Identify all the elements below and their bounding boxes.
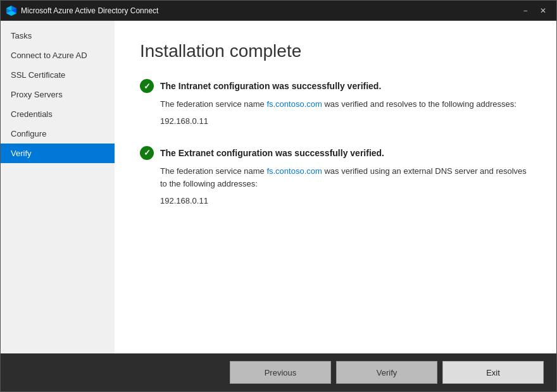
- sidebar-item-connect-to-azure-ad[interactable]: Connect to Azure AD: [1, 46, 115, 65]
- intranet-verify-item: The Intranet configuration was successfu…: [140, 79, 531, 128]
- intranet-desc-after: was verified and resolves to the followi…: [322, 99, 516, 109]
- previous-button[interactable]: Previous: [230, 361, 331, 384]
- extranet-link[interactable]: fs.contoso.com: [266, 166, 322, 176]
- sidebar-item-tasks[interactable]: Tasks: [1, 26, 115, 46]
- extranet-verify-title: The Extranet configuration was successfu…: [160, 148, 384, 158]
- intranet-verify-header: The Intranet configuration was successfu…: [140, 79, 531, 93]
- extranet-check-icon: [140, 146, 154, 160]
- sidebar-item-verify[interactable]: Verify: [1, 144, 115, 163]
- exit-button[interactable]: Exit: [442, 361, 544, 384]
- sidebar-item-credentials[interactable]: Credentials: [1, 104, 115, 124]
- intranet-ip: 192.168.0.11: [160, 115, 531, 128]
- page-title: Installation complete: [140, 41, 531, 61]
- intranet-link[interactable]: fs.contoso.com: [266, 99, 322, 109]
- extranet-verify-header: The Extranet configuration was successfu…: [140, 146, 531, 160]
- right-panel: Installation complete The Intranet confi…: [115, 21, 556, 353]
- app-icon: [6, 5, 17, 16]
- close-button[interactable]: ✕: [535, 4, 551, 17]
- sidebar: TasksConnect to Azure ADSSL CertificateP…: [1, 21, 115, 353]
- intranet-desc-before: The federation service name: [160, 99, 266, 109]
- sidebar-item-proxy-servers[interactable]: Proxy Servers: [1, 85, 115, 104]
- intranet-verify-title: The Intranet configuration was successfu…: [160, 81, 381, 91]
- title-bar: Microsoft Azure Active Directory Connect…: [1, 1, 556, 21]
- verify-button[interactable]: Verify: [336, 361, 437, 384]
- window-controls: − ✕: [517, 4, 551, 17]
- sidebar-item-configure[interactable]: Configure: [1, 124, 115, 144]
- bottom-bar: Previous Verify Exit: [1, 353, 556, 391]
- intranet-check-icon: [140, 79, 154, 93]
- window-title: Microsoft Azure Active Directory Connect: [21, 6, 517, 15]
- extranet-verify-item: The Extranet configuration was successfu…: [140, 146, 531, 208]
- sidebar-item-ssl-certificate[interactable]: SSL Certificate: [1, 65, 115, 85]
- extranet-verify-body: The federation service name fs.contoso.c…: [140, 165, 531, 208]
- main-window: Microsoft Azure Active Directory Connect…: [0, 0, 557, 392]
- extranet-desc-before: The federation service name: [160, 166, 266, 176]
- extranet-ip: 192.168.0.11: [160, 195, 531, 208]
- minimize-button[interactable]: −: [517, 4, 534, 17]
- main-content: TasksConnect to Azure ADSSL CertificateP…: [1, 21, 556, 353]
- intranet-verify-body: The federation service name fs.contoso.c…: [140, 98, 531, 128]
